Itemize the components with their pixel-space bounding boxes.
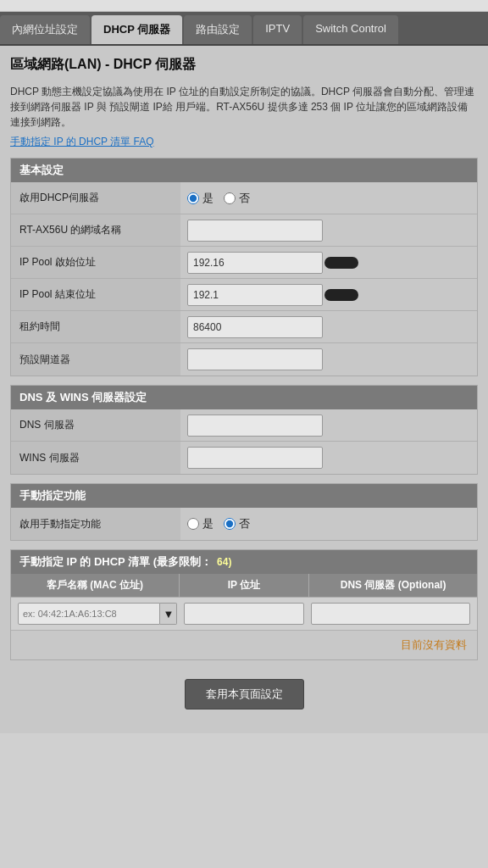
default-gateway-input[interactable] — [187, 348, 323, 370]
default-gateway-row: 預設閘道器 — [11, 343, 477, 376]
chevron-down-icon: ▼ — [163, 608, 174, 620]
manual-enable-yes-label: 是 — [202, 516, 214, 531]
lease-time-value — [180, 313, 477, 342]
dhcp-enable-label: 啟用DHCP伺服器 — [11, 182, 180, 214]
dhcp-enable-yes-radio[interactable] — [187, 192, 199, 204]
tab-dhcp[interactable]: DHCP 伺服器 — [92, 15, 182, 44]
dhcp-table-section: 手動指定 IP 的 DHCP 清單 (最多限制： 64) 客戶名稱 (MAC 位… — [10, 549, 478, 660]
manual-section: 手動指定功能 啟用手動指定功能 是 否 — [10, 483, 478, 541]
ip-pool-start-input[interactable] — [187, 252, 323, 274]
dhcp-table-header: 手動指定 IP 的 DHCP 清單 (最多限制： 64) — [11, 550, 477, 574]
domain-name-value — [180, 216, 477, 245]
lease-time-input[interactable] — [187, 316, 323, 338]
manual-section-header: 手動指定功能 — [11, 484, 477, 508]
dhcp-table-title: 手動指定 IP 的 DHCP 清單 (最多限制： — [19, 554, 212, 570]
dhcp-enable-row: 啟用DHCP伺服器 是 否 — [11, 182, 477, 214]
no-data-row: 目前沒有資料 — [11, 631, 477, 659]
ip-pool-start-label: IP Pool 啟始位址 — [11, 247, 180, 278]
ip-pool-start-value — [180, 248, 477, 277]
basic-section: 基本設定 啟用DHCP伺服器 是 否 RT-AX56U 的網域名稱 — [10, 158, 478, 376]
ip-pool-end-input[interactable] — [187, 284, 323, 306]
dhcp-enable-no-radio[interactable] — [224, 192, 236, 204]
tab-lan[interactable]: 內網位址設定 — [0, 15, 90, 44]
ip-pool-end-value — [180, 281, 477, 309]
tab-route[interactable]: 路由設定 — [184, 15, 252, 44]
basic-section-header: 基本設定 — [11, 159, 477, 182]
mac-input-wrap: ▼ — [18, 603, 184, 625]
mac-dropdown-button[interactable]: ▼ — [160, 603, 177, 625]
dns-section-header: DNS 及 WINS 伺服器設定 — [11, 386, 477, 409]
wins-server-input[interactable] — [187, 447, 323, 469]
dhcp-table-col-headers: 客戶名稱 (MAC 位址) IP 位址 DNS 伺服器 (Optional) — [11, 574, 477, 598]
default-gateway-value — [180, 345, 477, 374]
dns-server-input[interactable] — [187, 415, 323, 437]
ip-pool-start-row: IP Pool 啟始位址 — [11, 247, 477, 279]
default-gateway-label: 預設閘道器 — [11, 343, 180, 376]
ip-pool-end-blurred — [324, 289, 358, 301]
manual-enable-value: 是 否 — [180, 513, 477, 535]
ip-pool-end-label: IP Pool 結束位址 — [11, 279, 180, 310]
manual-enable-no-radio[interactable] — [224, 518, 236, 530]
manual-enable-no-label: 否 — [239, 516, 250, 531]
dhcp-enable-no-label: 否 — [239, 191, 250, 206]
lease-time-label: 租約時間 — [11, 311, 180, 342]
apply-button[interactable]: 套用本頁面設定 — [185, 679, 304, 709]
dns-server-row: DNS 伺服器 — [11, 409, 477, 442]
dhcp-enable-no[interactable]: 否 — [224, 191, 250, 206]
tab-iptv[interactable]: IPTV — [253, 15, 302, 44]
faq-link[interactable]: 手動指定 IP 的 DHCP 清單 FAQ — [10, 135, 478, 149]
manual-enable-no[interactable]: 否 — [224, 516, 250, 531]
top-bar — [0, 0, 488, 12]
wins-server-value — [180, 443, 477, 472]
apply-section: 套用本頁面設定 — [10, 669, 478, 723]
col-header-dns: DNS 伺服器 (Optional) — [309, 574, 477, 597]
domain-name-row: RT-AX56U 的網域名稱 — [11, 214, 477, 247]
ip-input-wrap — [184, 603, 310, 625]
dns-section: DNS 及 WINS 伺服器設定 DNS 伺服器 WINS 伺服器 — [10, 385, 478, 475]
manual-enable-row: 啟用手動指定功能 是 否 — [11, 508, 477, 540]
dns-optional-input[interactable] — [311, 603, 470, 625]
dhcp-enable-radio-group: 是 否 — [187, 191, 250, 206]
manual-enable-radio-group: 是 否 — [187, 516, 250, 531]
mac-input[interactable] — [18, 603, 160, 625]
dhcp-enable-value: 是 否 — [180, 187, 477, 209]
manual-enable-yes[interactable]: 是 — [187, 516, 214, 531]
main-content: 區域網路(LAN) - DHCP 伺服器 DHCP 動態主機設定協議為使用在 I… — [0, 46, 488, 733]
domain-name-input[interactable] — [187, 220, 323, 242]
lease-time-row: 租約時間 — [11, 311, 477, 343]
col-header-mac: 客戶名稱 (MAC 位址) — [11, 574, 180, 597]
dhcp-table-input-row: ▼ — [11, 598, 477, 631]
dhcp-enable-yes-label: 是 — [202, 191, 214, 206]
wins-server-label: WINS 伺服器 — [11, 442, 180, 474]
dhcp-table-max: 64) — [217, 556, 231, 568]
page-description: DHCP 動態主機設定協議為使用在 IP 位址的自動設定所制定的協議。DHCP … — [10, 84, 478, 130]
ip-pool-start-blurred — [324, 257, 358, 269]
dns-input-wrap — [311, 603, 470, 625]
tab-bar: 內網位址設定 DHCP 伺服器 路由設定 IPTV Switch Control — [0, 12, 488, 46]
manual-enable-label: 啟用手動指定功能 — [11, 508, 180, 540]
ip-input[interactable] — [184, 603, 303, 625]
domain-name-label: RT-AX56U 的網域名稱 — [11, 214, 180, 246]
page-title: 區域網路(LAN) - DHCP 伺服器 — [10, 56, 478, 77]
manual-enable-yes-radio[interactable] — [187, 518, 199, 530]
tab-switch[interactable]: Switch Control — [303, 15, 398, 44]
dhcp-enable-yes[interactable]: 是 — [187, 191, 214, 206]
dns-server-value — [180, 411, 477, 440]
wins-server-row: WINS 伺服器 — [11, 442, 477, 474]
ip-pool-end-row: IP Pool 結束位址 — [11, 279, 477, 311]
dns-server-label: DNS 伺服器 — [11, 409, 180, 441]
col-header-ip: IP 位址 — [180, 574, 309, 597]
